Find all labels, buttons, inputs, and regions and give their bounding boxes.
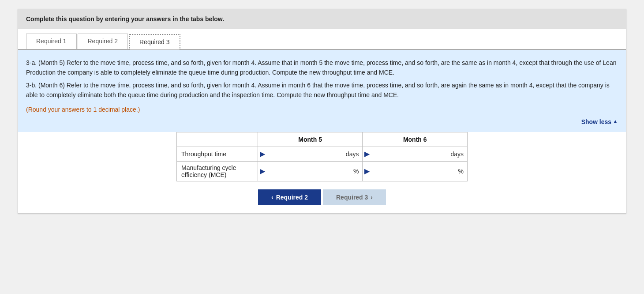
throughput-month5-wrapper: ▶ days [258, 147, 363, 161]
throughput-month6-input[interactable] [371, 149, 450, 159]
next-button[interactable]: Required 3 › [323, 189, 386, 205]
throughput-month5-cell: ▶ days [258, 147, 363, 161]
mce-month6-wrapper: ▶ % [363, 164, 467, 178]
tab-required-1[interactable]: Required 1 [26, 34, 77, 49]
table-header-month5: Month 5 [258, 132, 363, 147]
row-label-throughput: Throughput time [177, 147, 258, 161]
table-header-empty [177, 132, 258, 147]
info-paragraph-2: 3-b. (Month 6) Refer to the move time, p… [26, 80, 618, 100]
mce-month6-cell: ▶ % [363, 161, 468, 181]
header-bar: Complete this question by entering your … [18, 9, 626, 29]
header-text: Complete this question by entering your … [26, 15, 224, 23]
content-area: Month 5 Month 6 Throughput time ▶ days [18, 132, 626, 213]
prev-button[interactable]: ‹ Required 2 [258, 189, 321, 205]
round-note: (Round your answers to 1 decimal place.) [26, 105, 618, 114]
mce-month6-unit: % [458, 168, 467, 175]
data-table: Month 5 Month 6 Throughput time ▶ days [176, 132, 468, 181]
tabs-row: Required 1 Required 2 Required 3 [18, 29, 626, 50]
throughput-month6-wrapper: ▶ days [363, 147, 467, 161]
throughput-month5-input[interactable] [267, 149, 346, 159]
main-container: Complete this question by entering your … [18, 9, 626, 214]
next-arrow-icon: › [371, 194, 373, 201]
table-row: Throughput time ▶ days ▶ days [177, 147, 468, 161]
mce-month6-input[interactable] [371, 166, 458, 177]
info-paragraph-1: 3-a. (Month 5) Refer to the move time, p… [26, 58, 618, 78]
tab-required-3[interactable]: Required 3 [129, 34, 180, 49]
arrow-up-icon: ▲ [613, 117, 618, 126]
throughput-month6-cell: ▶ days [363, 147, 468, 161]
info-box: 3-a. (Month 5) Refer to the move time, p… [18, 50, 626, 132]
show-less-button[interactable]: Show less ▲ [581, 117, 618, 127]
next-button-label: Required 3 [336, 194, 368, 201]
mce-month5-wrapper: ▶ % [258, 164, 363, 178]
input-arrow-icon-2: ▶ [363, 150, 371, 158]
input-arrow-icon-3: ▶ [258, 167, 267, 175]
table-header-month6: Month 6 [363, 132, 468, 147]
mce-month5-cell: ▶ % [258, 161, 363, 181]
input-arrow-icon: ▶ [258, 150, 267, 158]
prev-arrow-icon: ‹ [271, 194, 273, 201]
table-row: Manufacturing cycle efficiency (MCE) ▶ %… [177, 161, 468, 181]
mce-month5-input[interactable] [267, 166, 353, 177]
nav-buttons: ‹ Required 2 Required 3 › [26, 189, 618, 205]
mce-month5-unit: % [353, 168, 362, 175]
input-arrow-icon-4: ▶ [363, 167, 371, 175]
prev-button-label: Required 2 [276, 194, 308, 201]
row-label-mce: Manufacturing cycle efficiency (MCE) [177, 161, 258, 181]
throughput-month6-unit: days [450, 151, 467, 158]
tab-required-2[interactable]: Required 2 [78, 34, 128, 49]
throughput-month5-unit: days [346, 151, 363, 158]
